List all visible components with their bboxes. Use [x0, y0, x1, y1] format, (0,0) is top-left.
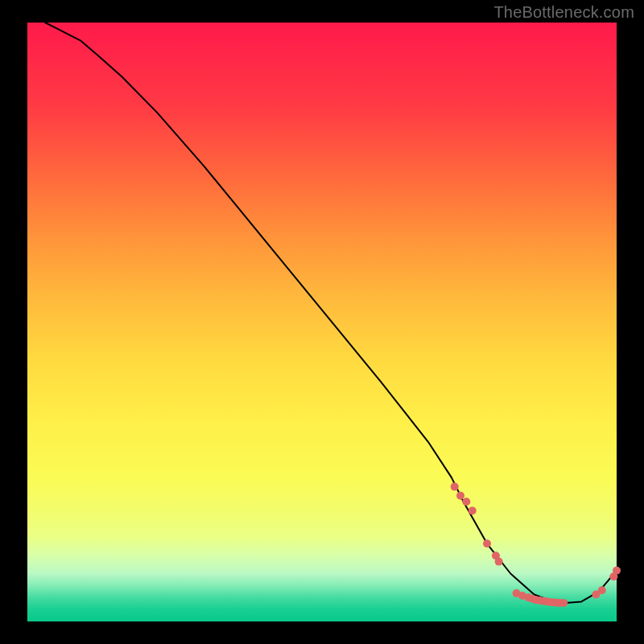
data-marker	[451, 483, 459, 491]
data-marker	[456, 492, 464, 500]
marker-layer	[451, 483, 621, 607]
data-marker	[613, 567, 621, 575]
curve-path	[45, 23, 617, 604]
chart-frame: TheBottleneck.com	[0, 0, 644, 644]
data-marker	[462, 497, 470, 506]
plot-area	[27, 23, 617, 621]
data-marker	[495, 558, 503, 566]
data-marker	[559, 599, 568, 607]
data-marker	[483, 539, 491, 547]
chart-svg	[27, 23, 617, 621]
watermark-text: TheBottleneck.com	[493, 3, 634, 22]
curve-layer	[45, 23, 617, 604]
data-marker	[469, 506, 477, 514]
data-marker	[598, 586, 606, 594]
